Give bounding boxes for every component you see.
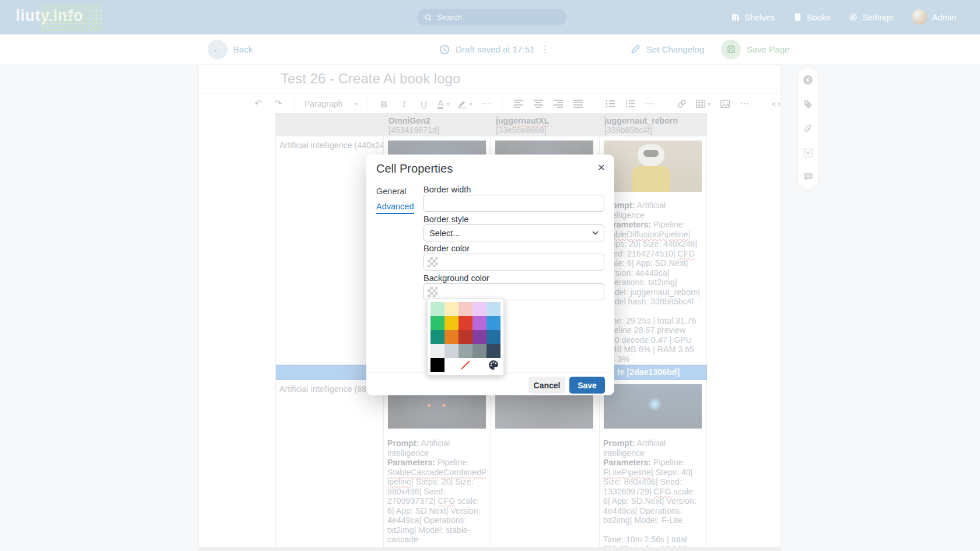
color-swatch[interactable] xyxy=(459,330,473,344)
color-swatch[interactable] xyxy=(444,302,459,316)
color-swatch[interactable] xyxy=(473,344,487,358)
color-swatch[interactable] xyxy=(473,316,487,330)
background-color-input[interactable] xyxy=(424,283,604,300)
border-color-label: Border color xyxy=(424,244,470,253)
cell-properties-dialog: Cell Properties × General Advanced Borde… xyxy=(366,155,614,395)
color-swatch-bottom-row xyxy=(430,358,501,372)
border-style-value: Select... xyxy=(429,229,460,238)
color-swatch[interactable] xyxy=(430,302,444,316)
color-swatch[interactable] xyxy=(487,302,501,316)
close-icon[interactable]: × xyxy=(598,160,605,174)
border-width-input[interactable] xyxy=(424,195,604,212)
color-swatch[interactable] xyxy=(459,316,473,330)
color-swatch-grid xyxy=(430,302,501,358)
color-swatch[interactable] xyxy=(430,316,444,330)
custom-color-button[interactable] xyxy=(487,358,501,372)
empty-swatch-cell xyxy=(473,358,487,372)
color-swatch[interactable] xyxy=(430,358,444,372)
border-style-label: Border style xyxy=(424,215,468,224)
color-swatch[interactable] xyxy=(444,316,459,330)
save-button[interactable]: Save xyxy=(569,377,605,394)
color-swatch[interactable] xyxy=(430,330,444,344)
cancel-button[interactable]: Cancel xyxy=(528,377,565,394)
transparent-color-swatch xyxy=(428,287,438,297)
border-width-label: Border width xyxy=(424,185,471,194)
color-swatch[interactable] xyxy=(444,358,459,372)
chevron-down-icon xyxy=(592,231,598,235)
border-color-input[interactable] xyxy=(424,254,604,271)
dialog-title: Cell Properties xyxy=(376,162,453,176)
color-swatch[interactable] xyxy=(444,330,459,344)
remove-color-button[interactable] xyxy=(459,358,473,372)
color-swatch[interactable] xyxy=(473,302,487,316)
color-swatch[interactable] xyxy=(487,344,501,358)
transparent-color-swatch xyxy=(428,257,438,267)
color-swatch[interactable] xyxy=(444,344,459,358)
border-style-select[interactable]: Select... xyxy=(424,224,604,241)
color-swatch[interactable] xyxy=(430,344,444,358)
tab-general[interactable]: General xyxy=(376,187,407,196)
color-swatch[interactable] xyxy=(459,344,473,358)
color-swatch[interactable] xyxy=(473,330,487,344)
color-palette-popup xyxy=(427,299,504,375)
color-swatch[interactable] xyxy=(459,302,473,316)
background-color-label: Background color xyxy=(424,273,489,283)
color-swatch[interactable] xyxy=(487,316,501,330)
tab-advanced[interactable]: Advanced xyxy=(376,202,414,214)
color-swatch[interactable] xyxy=(487,330,501,344)
